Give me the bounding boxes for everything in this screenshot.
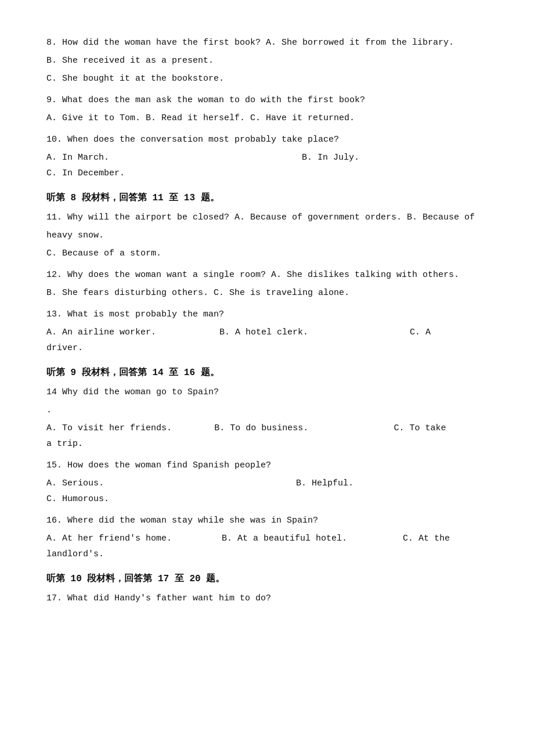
q9-question: 9. What does the man ask the woman to do…: [46, 92, 488, 108]
q12-options: B. She fears disturbing others. C. She i…: [46, 285, 488, 301]
section-header-8: 听第 8 段材料，回答第 11 至 13 题。: [46, 192, 488, 204]
q10-optionB: B. In July.: [232, 150, 488, 165]
question-9: 9. What does the man ask the woman to do…: [46, 92, 488, 126]
q15-optionA: A. Serious.: [46, 476, 238, 491]
q16-options-row: A. At her friend's home. B. At a beautif…: [46, 531, 488, 546]
q14-question: 14 Why did the woman go to Spain?: [46, 384, 488, 400]
q15-optionC: C. Humorous.: [46, 491, 488, 507]
q14-optionA: A. To visit her friends.: [46, 420, 203, 436]
q15-optionB: B. Helpful.: [238, 476, 488, 491]
q16-optionA: A. At her friend's home.: [46, 531, 216, 546]
q8-optionC: C. She bought it at the bookstore.: [46, 71, 488, 87]
q16-question: 16. Where did the woman stay while she w…: [46, 513, 488, 528]
q15-question: 15. How does the woman find Spanish peop…: [46, 458, 488, 473]
q14-dot: .: [46, 402, 488, 418]
section-header-10: 听第 10 段材料，回答第 17 至 20 题。: [46, 573, 488, 585]
question-16: 16. Where did the woman stay while she w…: [46, 513, 488, 562]
q8-optionB: B. She received it as a present.: [46, 53, 488, 69]
page-content: 8. How did the woman have the first book…: [46, 35, 488, 606]
question-8: 8. How did the woman have the first book…: [46, 35, 488, 87]
question-14: 14 Why did the woman go to Spain? . A. T…: [46, 384, 488, 452]
q14-optionB: B. To do business.: [203, 420, 370, 436]
q9-options: A. Give it to Tom. B. Read it herself. C…: [46, 110, 488, 126]
question-17: 17. What did Handy's father want him to …: [46, 591, 488, 606]
q13-optionC-partial: C. A: [375, 325, 488, 340]
q13-optionA: A. An airline worker.: [46, 325, 202, 340]
q15-options-row: A. Serious. B. Helpful.: [46, 476, 488, 491]
q16-optionB: B. At a beautiful hotel.: [216, 531, 391, 546]
q16-extra: landlord's.: [46, 546, 488, 562]
q12-question: 12. Why does the woman want a single roo…: [46, 267, 488, 283]
q13-extra: driver.: [46, 340, 488, 356]
q16-optionC-partial: C. At the: [391, 531, 488, 546]
q13-question: 13. What is most probably the man?: [46, 307, 488, 322]
q11-line2: heavy snow.: [46, 228, 488, 243]
q11-question: 11. Why will the airport be closed? A. B…: [46, 210, 488, 225]
section-header-9: 听第 9 段材料，回答第 14 至 16 题。: [46, 366, 488, 379]
q14-options-row: A. To visit her friends. B. To do busine…: [46, 420, 488, 436]
q13-optionB: B. A hotel clerk.: [202, 325, 375, 340]
q10-optionA: A. In March.: [46, 150, 232, 165]
q10-question: 10. When does the conversation most prob…: [46, 132, 488, 147]
q17-question: 17. What did Handy's father want him to …: [46, 591, 488, 606]
q14-optionC-partial: C. To take: [370, 420, 488, 436]
question-12: 12. Why does the woman want a single roo…: [46, 267, 488, 301]
question-13: 13. What is most probably the man? A. An…: [46, 307, 488, 356]
q13-options-row: A. An airline worker. B. A hotel clerk. …: [46, 325, 488, 340]
question-15: 15. How does the woman find Spanish peop…: [46, 458, 488, 507]
question-10: 10. When does the conversation most prob…: [46, 132, 488, 181]
q14-extra: a trip.: [46, 436, 488, 452]
q10-options-row1: A. In March. B. In July.: [46, 150, 488, 165]
question-11: 11. Why will the airport be closed? A. B…: [46, 210, 488, 261]
q10-optionC: C. In December.: [46, 165, 488, 181]
q8-question: 8. How did the woman have the first book…: [46, 35, 488, 51]
q11-optionC: C. Because of a storm.: [46, 246, 488, 261]
